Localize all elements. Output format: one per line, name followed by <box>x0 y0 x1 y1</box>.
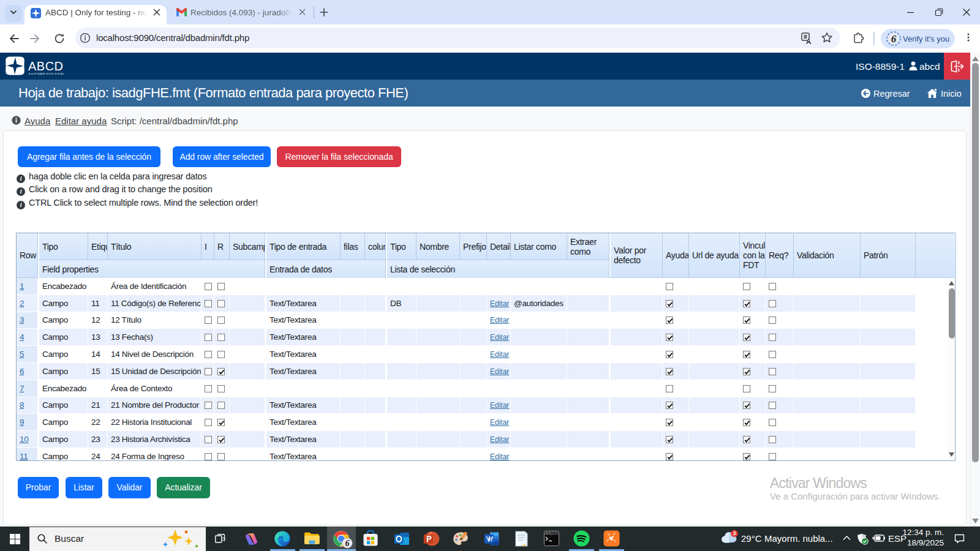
svg-text:3: 3 <box>733 530 736 536</box>
svg-text:6: 6 <box>891 33 897 45</box>
svg-text:6: 6 <box>345 539 350 548</box>
